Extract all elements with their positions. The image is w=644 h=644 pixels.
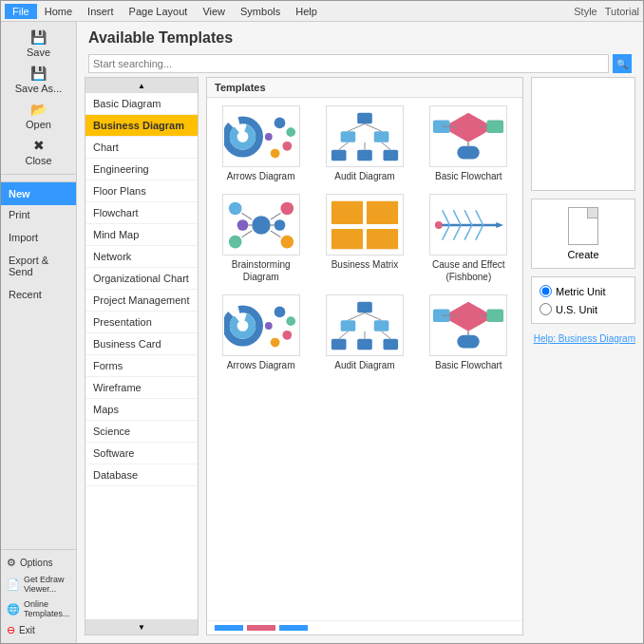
template-list-item-business-diagram[interactable]: Business Diagram xyxy=(85,115,198,137)
options-label: Options xyxy=(20,558,52,568)
menu-view[interactable]: View xyxy=(195,4,233,19)
search-input[interactable] xyxy=(88,54,609,73)
svg-line-15 xyxy=(365,123,382,131)
template-label-audit2: Audit Diagram xyxy=(334,359,394,371)
sidebar-edraw-viewer[interactable]: 📄 Get Edraw Viewer... xyxy=(1,572,76,597)
sidebar-recent[interactable]: Recent xyxy=(1,285,76,304)
exit-label: Exit xyxy=(19,625,35,635)
template-list-item-flowchart[interactable]: Flowchart xyxy=(85,202,198,224)
page-indicator-2[interactable] xyxy=(247,625,275,631)
sidebar-export[interactable]: Export & Send xyxy=(1,251,76,281)
svg-rect-41 xyxy=(331,228,363,248)
us-unit-label: U.S. Unit xyxy=(556,304,597,315)
template-list-item-science[interactable]: Science xyxy=(85,421,198,443)
template-list-item-chart[interactable]: Chart xyxy=(85,137,198,159)
template-card-audit2[interactable]: Audit Diagram xyxy=(318,294,410,371)
sidebar-file-section: 💾 Save 💾 Save As... 📂 Open ✖ Close xyxy=(1,22,76,175)
template-card-audit[interactable]: Audit Diagram xyxy=(318,105,410,182)
preview-box xyxy=(531,77,635,191)
sidebar-options[interactable]: ⚙ Options xyxy=(1,554,76,572)
sidebar-exit[interactable]: ⊖ Exit xyxy=(1,621,76,639)
sidebar-online-templates[interactable]: 🌐 Online Templates... xyxy=(1,597,76,621)
template-list-item-software[interactable]: Software xyxy=(85,443,198,464)
template-card-flowchart2[interactable]: Basic Flowchart xyxy=(423,294,515,371)
menu-file[interactable]: File xyxy=(5,4,37,19)
template-thumb-fishbone xyxy=(429,194,507,256)
svg-line-49 xyxy=(464,210,472,225)
edraw-icon: 📄 xyxy=(7,578,20,591)
template-list-item-presentation[interactable]: Presentation xyxy=(85,312,198,333)
us-unit-radio[interactable]: U.S. Unit xyxy=(540,303,627,315)
template-list-item-floor-plans[interactable]: Floor Plans xyxy=(85,180,198,202)
svg-line-36 xyxy=(270,230,280,237)
metric-unit-input[interactable] xyxy=(540,285,552,297)
menu-insert[interactable]: Insert xyxy=(80,4,122,19)
template-list-item-network[interactable]: Network xyxy=(85,246,198,268)
close-label: Close xyxy=(25,155,51,166)
template-list-item-maps[interactable]: Maps xyxy=(85,399,198,421)
search-button[interactable]: 🔍 xyxy=(613,54,632,73)
svg-line-48 xyxy=(454,210,462,225)
style-link[interactable]: Style xyxy=(574,6,597,17)
menu-bar-right: Style Tutorial xyxy=(574,6,639,17)
svg-point-60 xyxy=(286,316,295,326)
page-indicator-1[interactable] xyxy=(215,625,243,631)
template-card-arrows2[interactable]: Arrows Diagram xyxy=(215,294,307,371)
svg-point-7 xyxy=(265,133,273,141)
template-list-item-org-chart[interactable]: Organizational Chart xyxy=(85,268,198,290)
template-list-item-mind-map[interactable]: Mind Map xyxy=(85,224,198,246)
template-label-arrows: Arrows Diagram xyxy=(227,170,295,182)
template-thumb-audit2 xyxy=(326,294,404,356)
create-button[interactable]: Create xyxy=(531,199,635,269)
template-card-arrows[interactable]: Arrows Diagram xyxy=(215,105,307,182)
sidebar-save-as[interactable]: 💾 Save As... xyxy=(1,62,76,98)
template-list-item-project[interactable]: Project Management xyxy=(85,290,198,312)
template-card-fishbone[interactable]: Cause and Effect (Fishbone) xyxy=(423,194,515,283)
sidebar-import[interactable]: Import xyxy=(1,228,76,247)
svg-line-70 xyxy=(348,313,365,320)
menu-page-layout[interactable]: Page Layout xyxy=(122,4,196,19)
svg-point-57 xyxy=(233,316,252,335)
template-label-basic-flowchart: Basic Flowchart xyxy=(435,170,502,182)
template-card-business-matrix[interactable]: Business Matrix xyxy=(318,194,410,283)
template-card-brainstorm[interactable]: Brainstorming Diagram xyxy=(215,194,307,283)
unit-section: Metric Unit U.S. Unit xyxy=(531,276,635,324)
svg-point-4 xyxy=(286,127,295,137)
template-card-basic-flowchart[interactable]: Basic Flowchart xyxy=(423,105,515,182)
page-indicator-3[interactable] xyxy=(279,625,308,631)
metric-unit-radio[interactable]: Metric Unit xyxy=(540,285,627,297)
svg-point-29 xyxy=(229,235,242,248)
help-link[interactable]: Help: Business Diagram xyxy=(531,331,635,346)
page-title: Available Templates xyxy=(77,22,643,50)
sidebar-close[interactable]: ✖ Close xyxy=(1,134,76,170)
sidebar-new[interactable]: New xyxy=(1,182,76,205)
menu-symbols[interactable]: Symbols xyxy=(233,4,288,19)
svg-marker-46 xyxy=(497,222,504,228)
sidebar-save[interactable]: 💾 Save xyxy=(1,26,76,62)
svg-rect-66 xyxy=(374,320,389,331)
save-as-label: Save As... xyxy=(15,83,63,94)
menu-home[interactable]: Home xyxy=(37,4,80,19)
svg-point-31 xyxy=(237,219,248,231)
svg-rect-69 xyxy=(383,338,398,350)
template-list-item-basic-diagram[interactable]: Basic Diagram xyxy=(85,93,198,115)
template-list-item-engineering[interactable]: Engineering xyxy=(85,159,198,180)
sidebar-open[interactable]: 📂 Open xyxy=(1,98,76,134)
close-icon: ✖ xyxy=(33,138,45,153)
metric-unit-label: Metric Unit xyxy=(556,286,606,297)
svg-point-63 xyxy=(265,322,273,330)
template-list-item-database[interactable]: Database xyxy=(85,464,198,486)
template-list-item-forms[interactable]: Forms xyxy=(85,355,198,377)
us-unit-input[interactable] xyxy=(540,303,552,315)
scroll-down-btn[interactable]: ▼ xyxy=(85,619,198,635)
template-list-item-wireframe[interactable]: Wireframe xyxy=(85,377,198,399)
svg-rect-65 xyxy=(341,320,356,331)
template-list-item-business-card[interactable]: Business Card xyxy=(85,333,198,355)
sidebar-print[interactable]: Print xyxy=(1,205,76,224)
scroll-up-btn[interactable]: ▲ xyxy=(85,78,198,93)
tutorial-link[interactable]: Tutorial xyxy=(605,6,639,17)
svg-point-26 xyxy=(252,216,271,235)
svg-rect-12 xyxy=(357,149,372,161)
svg-line-51 xyxy=(443,225,450,240)
menu-help[interactable]: Help xyxy=(288,4,325,19)
